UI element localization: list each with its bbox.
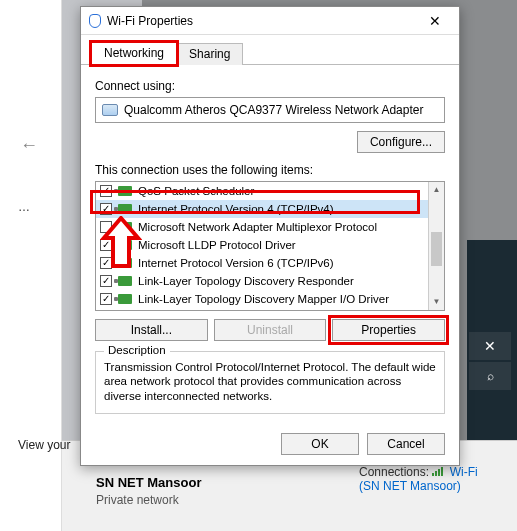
protocol-icon — [118, 258, 132, 268]
connections-label: Connections: — [359, 465, 429, 479]
install-button[interactable]: Install... — [95, 319, 208, 341]
checkbox-icon[interactable] — [100, 293, 112, 305]
configure-button[interactable]: Configure... — [357, 131, 445, 153]
listbox-scrollbar[interactable]: ▲ ▼ — [428, 182, 444, 310]
window-title: Wi-Fi Properties — [107, 14, 417, 28]
list-item-label: Link-Layer Topology Discovery Mapper I/O… — [138, 293, 389, 305]
adapter-name: Qualcomm Atheros QCA9377 Wireless Networ… — [124, 103, 423, 117]
protocol-icon — [118, 222, 132, 232]
uninstall-button: Uninstall — [214, 319, 327, 341]
checkbox-icon[interactable] — [100, 221, 112, 233]
checkbox-icon[interactable] — [100, 185, 112, 197]
list-item[interactable]: Link-Layer Topology Discovery Mapper I/O… — [96, 290, 444, 308]
list-item-label: Microsoft LLDP Protocol Driver — [138, 239, 296, 251]
protocol-icon — [118, 240, 132, 250]
network-name: SN NET Mansoor — [96, 475, 201, 490]
list-item[interactable]: QoS Packet Scheduler — [96, 182, 444, 200]
ok-button[interactable]: OK — [281, 433, 359, 455]
scroll-thumb[interactable] — [431, 232, 442, 266]
protocol-icon — [118, 276, 132, 286]
protocol-icon — [118, 186, 132, 196]
protocol-icon — [118, 204, 132, 214]
connection-status: Connections: Wi-Fi (SN NET Mansoor) — [359, 465, 499, 493]
checkbox-icon[interactable] — [100, 203, 112, 215]
tab-bar: Networking Sharing — [81, 39, 459, 65]
list-item[interactable]: Microsoft Network Adapter Multiplexor Pr… — [96, 218, 444, 236]
network-type: Private network — [96, 493, 179, 507]
list-item-label: Internet Protocol Version 4 (TCP/IPv4) — [138, 203, 334, 215]
bg-close-button[interactable]: ✕ — [469, 332, 511, 360]
cancel-button[interactable]: Cancel — [367, 433, 445, 455]
checkbox-icon[interactable] — [100, 257, 112, 269]
wifi-adapter-icon — [89, 14, 101, 28]
adapter-name-box: Qualcomm Atheros QCA9377 Wireless Networ… — [95, 97, 445, 123]
properties-button[interactable]: Properties — [332, 319, 445, 341]
checkbox-icon[interactable] — [100, 239, 112, 251]
list-item[interactable]: Link-Layer Topology Discovery Responder — [96, 272, 444, 290]
view-your-label: View your — [18, 438, 70, 452]
description-legend: Description — [104, 344, 170, 356]
list-item-label: QoS Packet Scheduler — [138, 185, 254, 197]
back-arrow-icon[interactable]: ← — [20, 135, 38, 156]
wifi-signal-icon — [432, 466, 444, 476]
checkbox-icon[interactable] — [100, 275, 112, 287]
adapter-icon — [102, 104, 118, 116]
scroll-up-button[interactable]: ▲ — [429, 182, 444, 198]
titlebar: Wi-Fi Properties ✕ — [81, 7, 459, 35]
connect-using-label: Connect using: — [95, 79, 445, 93]
description-text: Transmission Control Protocol/Internet P… — [104, 360, 436, 403]
protocol-icon — [118, 294, 132, 304]
connection-items-listbox[interactable]: QoS Packet SchedulerInternet Protocol Ve… — [95, 181, 445, 311]
list-item[interactable]: Internet Protocol Version 4 (TCP/IPv4) — [96, 200, 444, 218]
scroll-down-button[interactable]: ▼ — [429, 294, 444, 310]
list-item-label: Link-Layer Topology Discovery Responder — [138, 275, 354, 287]
tab-sharing[interactable]: Sharing — [176, 43, 243, 65]
list-item-label: Internet Protocol Version 6 (TCP/IPv6) — [138, 257, 334, 269]
description-group: Description Transmission Control Protoco… — [95, 351, 445, 414]
bg-search-button[interactable]: ⌕ — [469, 362, 511, 390]
list-item-label: Microsoft Network Adapter Multiplexor Pr… — [138, 221, 377, 233]
items-label: This connection uses the following items… — [95, 163, 445, 177]
wifi-properties-dialog: Wi-Fi Properties ✕ Networking Sharing Co… — [80, 6, 460, 466]
list-item[interactable]: Internet Protocol Version 6 (TCP/IPv6) — [96, 254, 444, 272]
tab-networking[interactable]: Networking — [91, 42, 177, 65]
list-item[interactable]: Microsoft LLDP Protocol Driver — [96, 236, 444, 254]
close-button[interactable]: ✕ — [417, 10, 453, 32]
truncated-text: … — [18, 200, 30, 214]
